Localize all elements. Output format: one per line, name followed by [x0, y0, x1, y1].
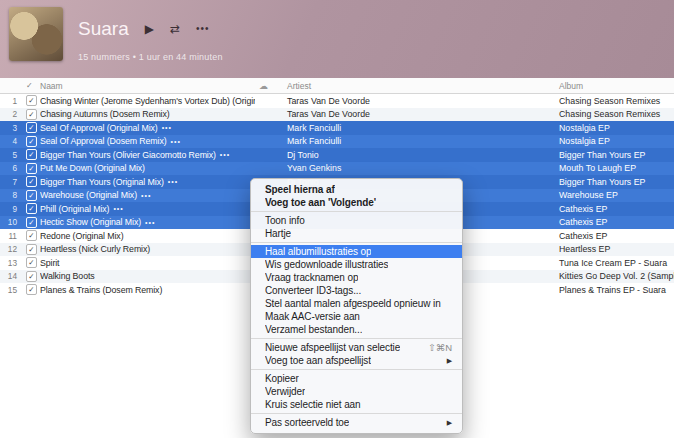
- menu-item-label: Nieuwe afspeellijst van selectie: [265, 342, 400, 353]
- menu-shortcut: ⇧⌘N: [428, 342, 452, 353]
- checkbox-cell: ✓: [22, 190, 40, 201]
- table-row[interactable]: 2✓Chasing Autumns (Dosem Remix)Taras Van…: [0, 108, 674, 122]
- track-name: Warehouse (Original Mix): [40, 190, 137, 200]
- menu-item[interactable]: Stel aantal malen afgespeeld opnieuw in: [251, 297, 462, 310]
- table-row[interactable]: 1✓Chasing Winter (Jerome Sydenham's Vort…: [0, 94, 674, 108]
- row-number: 1: [0, 96, 22, 106]
- row-checkbox[interactable]: ✓: [26, 271, 37, 282]
- name-cell: Chasing Autumns (Dosem Remix): [40, 109, 255, 119]
- row-checkbox[interactable]: ✓: [26, 284, 37, 295]
- track-name: Chasing Winter (Jerome Sydenham's Vortex…: [40, 96, 255, 106]
- artist-column-header[interactable]: Artiest: [285, 81, 557, 91]
- menu-separator: [251, 211, 462, 212]
- track-name: Redone (Original Mix): [40, 231, 123, 241]
- row-checkbox[interactable]: ✓: [26, 176, 37, 187]
- submenu-arrow-icon: ▶: [447, 357, 452, 365]
- row-checkbox[interactable]: ✓: [26, 122, 37, 133]
- track-album: Kitties Go Deep Vol. 2 (Sampler): [557, 271, 674, 281]
- menu-item[interactable]: Nieuwe afspeellijst van selectie⇧⌘N: [251, 341, 462, 354]
- more-dots-icon[interactable]: •••: [220, 151, 230, 158]
- menu-item[interactable]: Kruis selectie niet aan: [251, 398, 462, 411]
- play-button[interactable]: ▶: [145, 23, 154, 35]
- track-album: Cathexis EP: [557, 217, 674, 227]
- name-column-header[interactable]: Naam: [40, 81, 255, 91]
- row-number: 9: [0, 204, 22, 214]
- context-menu: Speel hierna afVoeg toe aan 'Volgende'To…: [250, 178, 463, 434]
- checkbox-cell: ✓: [22, 203, 40, 214]
- more-dots-icon[interactable]: •••: [113, 205, 123, 212]
- track-artist: Dj Tonio: [285, 150, 557, 160]
- track-name: Phill (Original Mix): [40, 204, 109, 214]
- row-checkbox[interactable]: ✓: [26, 244, 37, 255]
- table-row[interactable]: 5✓Bigger Than Yours (Olivier Giacomotto …: [0, 148, 674, 162]
- menu-item[interactable]: Verzamel bestanden...: [251, 323, 462, 336]
- row-checkbox[interactable]: ✓: [26, 230, 37, 241]
- menu-item-label: Kopieer: [265, 373, 299, 384]
- row-checkbox[interactable]: ✓: [26, 217, 37, 228]
- check-column-header[interactable]: ✓: [22, 81, 40, 90]
- cloud-column-header-icon[interactable]: ☁: [255, 81, 285, 91]
- more-button[interactable]: •••: [196, 23, 210, 35]
- checkbox-cell: ✓: [22, 122, 40, 133]
- row-number: 12: [0, 244, 22, 254]
- menu-item[interactable]: Verwijder: [251, 385, 462, 398]
- menu-item[interactable]: Wis gedownloade illustraties: [251, 258, 462, 271]
- table-header: ✓ Naam ☁ Artiest Album: [0, 78, 674, 94]
- more-dots-icon[interactable]: •••: [162, 124, 172, 131]
- checkbox-cell: ✓: [22, 109, 40, 120]
- menu-item[interactable]: Vraag tracknamen op: [251, 271, 462, 284]
- row-number: 7: [0, 177, 22, 187]
- table-row[interactable]: 4✓Seal Of Approval (Dosem Remix)•••Mark …: [0, 135, 674, 149]
- more-dots-icon[interactable]: •••: [168, 178, 178, 185]
- row-checkbox[interactable]: ✓: [26, 109, 37, 120]
- track-album: Cathexis EP: [557, 231, 674, 241]
- track-album: Warehouse EP: [557, 190, 674, 200]
- track-album: Planes & Trains EP - Suara: [557, 285, 674, 295]
- table-row[interactable]: 6✓Put Me Down (Original Mix)Yvan Genkins…: [0, 162, 674, 176]
- more-dots-icon[interactable]: •••: [171, 138, 181, 145]
- menu-item-label: Speel hierna af: [265, 184, 335, 195]
- menu-item[interactable]: Toon info: [251, 214, 462, 227]
- track-album: Nostalgia EP: [557, 123, 674, 133]
- track-artist: Mark Fanciulli: [285, 123, 557, 133]
- menu-item-label: Verwijder: [265, 386, 305, 397]
- menu-item[interactable]: Hartje: [251, 227, 462, 240]
- checkbox-cell: ✓: [22, 176, 40, 187]
- name-cell: Bigger Than Yours (Olivier Giacomotto Re…: [40, 150, 255, 160]
- row-checkbox[interactable]: ✓: [26, 95, 37, 106]
- row-number: 6: [0, 163, 22, 173]
- menu-item[interactable]: Maak AAC-versie aan: [251, 310, 462, 323]
- menu-item[interactable]: Speel hierna af: [251, 183, 462, 196]
- track-album: Chasing Season Remixes: [557, 109, 674, 119]
- track-album: Chasing Season Remixes: [557, 96, 674, 106]
- row-checkbox[interactable]: ✓: [26, 190, 37, 201]
- row-checkbox[interactable]: ✓: [26, 203, 37, 214]
- more-dots-icon[interactable]: •••: [141, 192, 151, 199]
- shuffle-button[interactable]: ⇄: [170, 23, 180, 35]
- menu-item[interactable]: Haal albumillustraties op: [251, 245, 462, 258]
- track-album: Nostalgia EP: [557, 136, 674, 146]
- menu-item[interactable]: Converteer ID3-tags...: [251, 284, 462, 297]
- menu-item-label: Maak AAC-versie aan: [265, 311, 360, 322]
- menu-separator: [251, 242, 462, 243]
- name-cell: Seal Of Approval (Original Mix)•••: [40, 123, 255, 133]
- row-checkbox[interactable]: ✓: [26, 163, 37, 174]
- track-artist: Mark Fanciulli: [285, 136, 557, 146]
- row-checkbox[interactable]: ✓: [26, 257, 37, 268]
- menu-item[interactable]: Pas sorteerveld toe▶: [251, 416, 462, 429]
- track-name: Bigger Than Yours (Olivier Giacomotto Re…: [40, 150, 216, 160]
- name-cell: Heartless (Nick Curly Remix): [40, 244, 255, 254]
- row-number: 11: [0, 231, 22, 241]
- row-checkbox[interactable]: ✓: [26, 149, 37, 160]
- name-cell: Walking Boots: [40, 271, 255, 281]
- album-column-header[interactable]: Album: [557, 81, 674, 91]
- menu-item[interactable]: Voeg toe aan afspeellijst▶: [251, 354, 462, 367]
- name-cell: Redone (Original Mix): [40, 231, 255, 241]
- checkbox-cell: ✓: [22, 271, 40, 282]
- more-dots-icon[interactable]: •••: [145, 219, 155, 226]
- table-row[interactable]: 3✓Seal Of Approval (Original Mix)•••Mark…: [0, 121, 674, 135]
- itunes-window: Suara ▶ ⇄ ••• 15 nummers • 1 uur en 44 m…: [0, 0, 674, 438]
- menu-item[interactable]: Voeg toe aan 'Volgende': [251, 196, 462, 209]
- row-checkbox[interactable]: ✓: [26, 136, 37, 147]
- menu-item[interactable]: Kopieer: [251, 372, 462, 385]
